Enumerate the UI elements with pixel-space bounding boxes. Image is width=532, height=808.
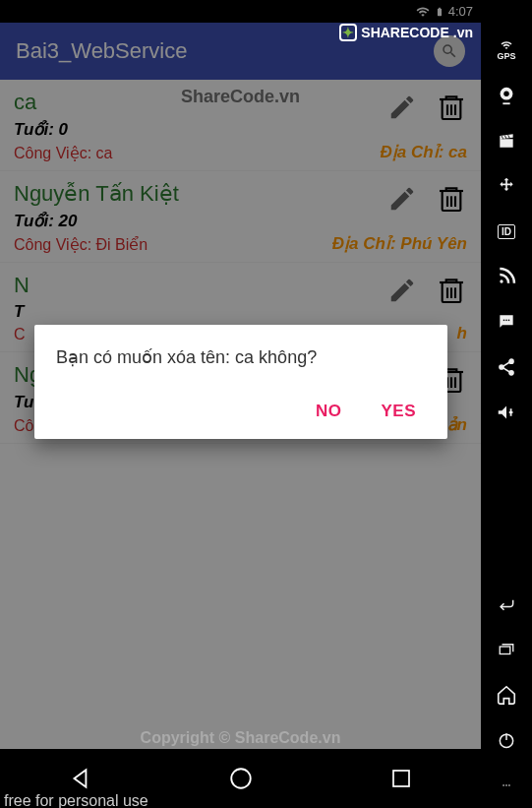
tool-clapper-button[interactable] [481, 118, 532, 163]
nav-recent-button[interactable] [382, 759, 421, 798]
svg-point-20 [500, 280, 502, 282]
svg-line-28 [503, 368, 510, 372]
svg-point-23 [508, 320, 510, 322]
tool-id-button[interactable]: ID [481, 209, 532, 254]
svg-point-19 [503, 91, 509, 96]
svg-point-21 [503, 320, 505, 322]
rss-icon [497, 267, 516, 286]
move-arrows-icon [497, 176, 516, 196]
nav-home-button[interactable] [221, 759, 261, 798]
sms-icon [497, 312, 516, 332]
svg-rect-17 [393, 771, 409, 786]
tool-sms-button[interactable] [481, 299, 532, 344]
square-recent-icon [389, 767, 413, 790]
windows-stack-icon [496, 641, 517, 658]
dialog-yes-button[interactable]: YES [381, 402, 416, 421]
share-icon [497, 357, 516, 377]
id-badge-icon: ID [498, 224, 515, 239]
clapperboard-icon [497, 131, 516, 151]
tool-multitask-button[interactable] [481, 627, 532, 672]
webcam-icon [496, 85, 517, 106]
dialog-message: Bạn có muốn xóa tên: ca không? [56, 346, 426, 368]
tool-android-back-button[interactable] [481, 582, 532, 627]
wifi-signal-icon [498, 39, 515, 51]
svg-rect-29 [500, 647, 510, 654]
android-nav-bar [0, 749, 481, 808]
circle-home-icon [228, 766, 254, 791]
tool-more-button[interactable] [481, 763, 532, 808]
tool-rss-button[interactable] [481, 254, 532, 299]
tool-camera-button[interactable] [481, 73, 532, 118]
svg-point-33 [505, 784, 507, 786]
svg-point-32 [502, 784, 504, 786]
dots-horizontal-icon [496, 780, 517, 790]
tool-power-button[interactable] [481, 717, 532, 763]
volume-up-icon [496, 402, 517, 423]
confirm-delete-dialog: Bạn có muốn xóa tên: ca không? NO YES [34, 325, 447, 439]
svg-point-16 [231, 769, 251, 788]
svg-point-22 [505, 320, 507, 322]
return-arrow-icon [495, 594, 518, 614]
tool-gps-button[interactable]: GPS [481, 28, 532, 73]
svg-point-34 [508, 784, 510, 786]
home-icon [496, 684, 517, 706]
tool-volume-button[interactable] [481, 390, 532, 435]
power-icon [497, 730, 516, 750]
triangle-back-icon [68, 766, 93, 791]
tool-move-button[interactable] [481, 163, 532, 209]
tool-home-button[interactable] [481, 672, 532, 717]
emulator-toolbar: GPS ID [481, 0, 532, 808]
svg-line-27 [503, 362, 510, 366]
dialog-no-button[interactable]: NO [316, 402, 342, 421]
nav-back-button[interactable] [61, 759, 100, 798]
tool-share-button[interactable] [481, 344, 532, 390]
